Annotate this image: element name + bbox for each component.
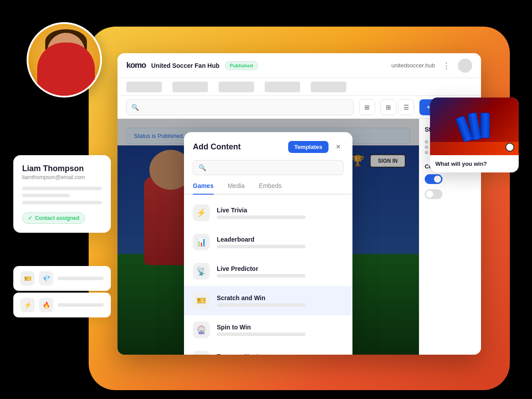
contact-card: Liam Thompson liamthompson@email.com ✓ C… (13, 155, 111, 233)
modal-search-icon: 🔍 (199, 164, 206, 171)
app-window: komo United Soccer Fan Hub Published uni… (117, 53, 481, 355)
hub-name: United Soccer Fan Hub (151, 62, 219, 69)
treasure-hunt-name: Treasure Hunt (217, 353, 344, 355)
live-predictor-icon: 📡 (193, 263, 210, 280)
live-predictor-info: Live Predictor (217, 265, 344, 278)
modal-search[interactable]: 🔍 (193, 160, 344, 175)
treasure-hunt-icon: 🗺️ (193, 351, 210, 355)
mini-icon-2: 💎 (39, 271, 53, 286)
mini-icon-1: 🎫 (20, 271, 35, 286)
view-toggle: ⊞ ☰ (380, 99, 414, 115)
filter-button[interactable]: ⊞ (359, 99, 375, 115)
modal-overlay: Add Content Templates × 🔍 Games Media (117, 119, 419, 355)
live-trivia-name: Live Trivia (217, 207, 344, 214)
spin-to-win-desc (217, 332, 305, 336)
nav-tabs (117, 78, 481, 96)
color-toggle-on[interactable] (425, 174, 442, 184)
nav-tab-1[interactable] (126, 82, 162, 92)
list-item[interactable]: 📊 Leaderboard (184, 227, 352, 257)
leaderboard-name: Leaderboard (217, 236, 344, 243)
mini-line-1 (58, 277, 104, 280)
mini-card-2: ⚡ 🔥 (13, 293, 111, 317)
list-item[interactable]: 🎡 Spin to Win (184, 315, 352, 344)
published-badge: Published (225, 61, 258, 70)
modal-actions: Templates × (288, 141, 344, 153)
content-area: Status is Published. 🔥 💎 🏆 S (117, 119, 419, 355)
contact-line-3 (22, 201, 102, 204)
mini-icon-4: 🔥 (39, 298, 53, 312)
leaderboard-info: Leaderboard (217, 236, 344, 248)
tab-embeds[interactable]: Embeds (259, 182, 282, 195)
more-options-button[interactable]: ⋮ (440, 59, 453, 72)
list-item[interactable]: ⚡ Live Trivia (184, 198, 352, 227)
spin-to-win-icon: 🎡 (193, 321, 210, 338)
dot (425, 140, 428, 144)
scratch-and-win-info: Scratch and Win (217, 294, 344, 307)
search-icon: 🔍 (131, 104, 139, 111)
header-right: unitedsoccer.hub ⋮ (391, 59, 472, 73)
close-modal-button[interactable]: × (333, 142, 344, 153)
list-item[interactable]: 🗺️ Treasure Hunt (184, 344, 352, 355)
contact-name: Liam Thompson (22, 164, 102, 173)
modal-title: Add Content (193, 142, 241, 152)
contact-assigned-label: Contact assigned (35, 215, 79, 221)
person-avatar (27, 22, 102, 98)
list-item[interactable]: 🎫 Scratch and Win (184, 286, 352, 315)
live-trivia-icon: ⚡ (193, 204, 210, 221)
user-avatar (458, 59, 472, 73)
live-predictor-desc (217, 274, 305, 278)
modal-header: Add Content Templates × (184, 132, 352, 153)
grid-view-button[interactable]: ⊞ (380, 99, 396, 115)
list-view-button[interactable]: ☰ (398, 99, 414, 115)
list-item[interactable]: 📡 Live Predictor (184, 257, 352, 286)
preview-image (430, 98, 519, 155)
preview-panel: What will you win? (430, 98, 519, 172)
add-content-modal: Add Content Templates × 🔍 Games Media (184, 132, 352, 355)
app-header: komo United Soccer Fan Hub Published uni… (117, 53, 481, 78)
mini-line-2 (58, 303, 104, 307)
nav-tab-4[interactable] (265, 82, 300, 92)
treasure-hunt-info: Treasure Hunt (217, 353, 344, 355)
nav-tab-5[interactable] (311, 82, 346, 92)
dot (425, 145, 428, 149)
scratch-and-win-name: Scratch and Win (217, 294, 344, 301)
live-trivia-desc (217, 215, 305, 219)
spin-to-win-name: Spin to Win (217, 324, 344, 331)
tab-media[interactable]: Media (228, 182, 245, 195)
leaderboard-desc (217, 245, 305, 248)
scratch-and-win-icon: 🎫 (193, 292, 210, 309)
dot (425, 151, 428, 154)
leaderboard-icon: 📊 (193, 234, 210, 250)
templates-button[interactable]: Templates (288, 141, 329, 153)
scratch-and-win-desc (217, 303, 305, 307)
search-box[interactable]: 🔍 (126, 99, 354, 115)
contact-assigned-badge: ✓ Contact assigned (22, 212, 85, 224)
contact-line-2 (22, 194, 70, 197)
check-icon: ✓ (28, 215, 32, 221)
modal-tabs: Games Media Embeds (184, 182, 352, 195)
spin-to-win-info: Spin to Win (217, 324, 344, 336)
mini-card-1: 🎫 💎 (13, 266, 111, 291)
live-predictor-name: Live Predictor (217, 265, 344, 272)
toolbar: 🔍 ⊞ ⊞ ☰ + Add content (117, 96, 481, 119)
nav-tab-2[interactable] (172, 82, 208, 92)
color-toggle-off[interactable] (425, 189, 442, 199)
mini-icon-3: ⚡ (20, 298, 35, 312)
tab-games[interactable]: Games (193, 182, 214, 195)
contact-email: liamthompson@email.com (22, 174, 102, 180)
hub-url: unitedsoccer.hub (391, 62, 435, 69)
komo-logo: komo (126, 61, 146, 70)
nav-tab-3[interactable] (219, 82, 254, 92)
content-list: ⚡ Live Trivia 📊 Leaderboard (184, 195, 352, 355)
preview-text: What will you win? (430, 155, 519, 172)
contact-line-1 (22, 187, 102, 190)
live-trivia-info: Live Trivia (217, 207, 344, 219)
main-content: Status is Published. 🔥 💎 🏆 S (117, 119, 481, 355)
